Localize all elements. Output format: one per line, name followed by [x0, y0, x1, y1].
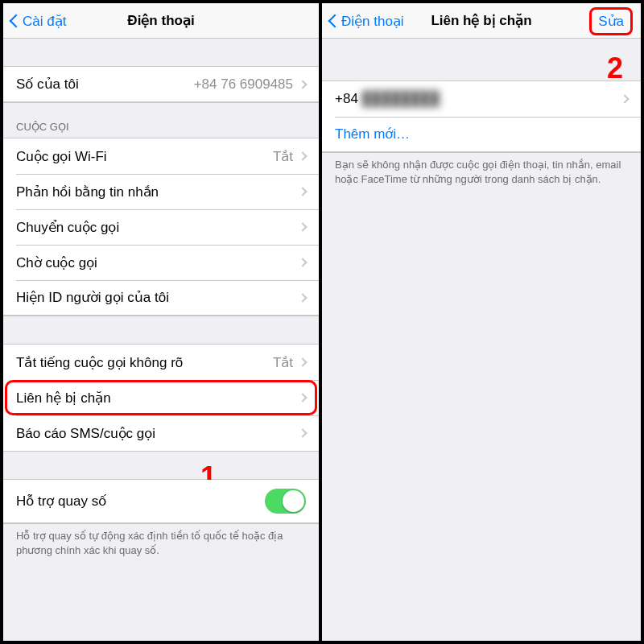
cell-sms-call-reporting[interactable]: Báo cáo SMS/cuộc gọi	[3, 415, 319, 451]
chevron-right-icon	[298, 222, 307, 231]
cell-label: Liên hệ bị chặn	[16, 390, 111, 407]
settings-phone-screen: Cài đặt Điện thoại Số của tôi +84 76 690…	[3, 3, 322, 641]
chevron-right-icon	[298, 393, 307, 402]
cell-my-number[interactable]: Số của tôi +84 76 6909485	[3, 67, 319, 102]
cell-label: Phản hồi bằng tin nhắn	[16, 184, 159, 200]
cell-label: Chuyển cuộc gọi	[16, 219, 119, 236]
chevron-right-icon	[620, 94, 629, 103]
screenshot-pair: Cài đặt Điện thoại Số của tôi +84 76 690…	[0, 0, 644, 644]
cell-label: Chờ cuộc gọi	[16, 254, 97, 271]
cell-respond-with-text[interactable]: Phản hồi bằng tin nhắn	[3, 174, 319, 209]
cell-label: Báo cáo SMS/cuộc gọi	[16, 425, 155, 442]
edit-highlight-box: Sửa	[589, 7, 633, 35]
cell-silence-unknown[interactable]: Tắt tiếng cuộc gọi không rõ Tắt	[3, 345, 319, 380]
blocked-list: +84 ████████ Thêm mới…	[322, 80, 641, 153]
chevron-right-icon	[298, 258, 307, 266]
chevron-right-icon	[298, 187, 307, 196]
cell-show-my-caller-id[interactable]: Hiện ID người gọi của tôi	[3, 280, 319, 316]
cell-wifi-calling[interactable]: Cuộc gọi Wi-Fi Tắt	[3, 138, 319, 174]
chevron-right-icon	[298, 357, 307, 366]
cell-label: Tắt tiếng cuộc gọi không rõ	[16, 354, 183, 371]
toggle-knob	[283, 490, 304, 512]
cell-label: Hiện ID người gọi của tôi	[16, 289, 169, 306]
cell-dial-assist[interactable]: Hỗ trợ quay số	[3, 480, 319, 523]
cell-blocked-contact[interactable]: +84 ████████	[322, 81, 641, 117]
my-number-group: Số của tôi +84 76 6909485	[3, 66, 319, 103]
back-label: Điện thoại	[341, 13, 404, 30]
chevron-right-icon	[298, 80, 307, 89]
blocked-contacts-screen: Điện thoại Liên hệ bị chặn Sửa 2 +84 ███…	[322, 3, 641, 641]
add-new-label: Thêm mới…	[335, 126, 410, 142]
dial-assist-footer: Hỗ trợ quay số tự động xác định tiền tố …	[3, 524, 319, 565]
dial-assist-group: Hỗ trợ quay số	[3, 479, 319, 524]
page-title: Điện thoại	[127, 12, 194, 29]
cell-call-forwarding[interactable]: Chuyển cuộc gọi	[3, 209, 319, 245]
contact-number-redacted: ████████	[362, 91, 440, 106]
page-title: Liên hệ bị chặn	[431, 12, 531, 29]
cell-value: Tắt	[273, 354, 293, 371]
calls-group: Cuộc gọi Wi-Fi Tắt Phản hồi bằng tin nhắ…	[3, 138, 319, 316]
blocked-footer: Bạn sẽ không nhận được cuộc gọi điện tho…	[322, 153, 641, 194]
navbar: Cài đặt Điện thoại	[3, 3, 319, 39]
cell-value: +84 76 6909485	[194, 76, 293, 93]
cell-label: Cuộc gọi Wi-Fi	[16, 148, 107, 165]
contact-prefix: +84	[335, 91, 358, 106]
cell-call-waiting[interactable]: Chờ cuộc gọi	[3, 245, 319, 280]
chevron-left-icon	[328, 14, 342, 28]
cell-label: Hỗ trợ quay số	[16, 493, 106, 510]
chevron-left-icon	[10, 14, 23, 28]
toggle-dial-assist[interactable]	[265, 489, 306, 514]
cell-label: Số của tôi	[16, 76, 79, 93]
edit-label: Sửa	[598, 14, 624, 29]
cell-blocked-contacts[interactable]: Liên hệ bị chặn	[3, 380, 319, 415]
back-button[interactable]: Cài đặt	[8, 3, 66, 39]
navbar: Điện thoại Liên hệ bị chặn Sửa	[322, 3, 641, 39]
chevron-right-icon	[298, 293, 307, 302]
misc-group: Tắt tiếng cuộc gọi không rõ Tắt Liên hệ …	[3, 344, 319, 452]
section-header-calls: CUỘC GỌI	[3, 103, 319, 138]
cell-add-new[interactable]: Thêm mới…	[322, 117, 641, 152]
chevron-right-icon	[298, 428, 307, 437]
back-label: Cài đặt	[23, 13, 66, 30]
edit-button[interactable]: Sửa	[589, 3, 633, 39]
back-button[interactable]: Điện thoại	[327, 3, 404, 39]
cell-value: Tắt	[273, 148, 293, 165]
chevron-right-icon	[298, 151, 307, 160]
